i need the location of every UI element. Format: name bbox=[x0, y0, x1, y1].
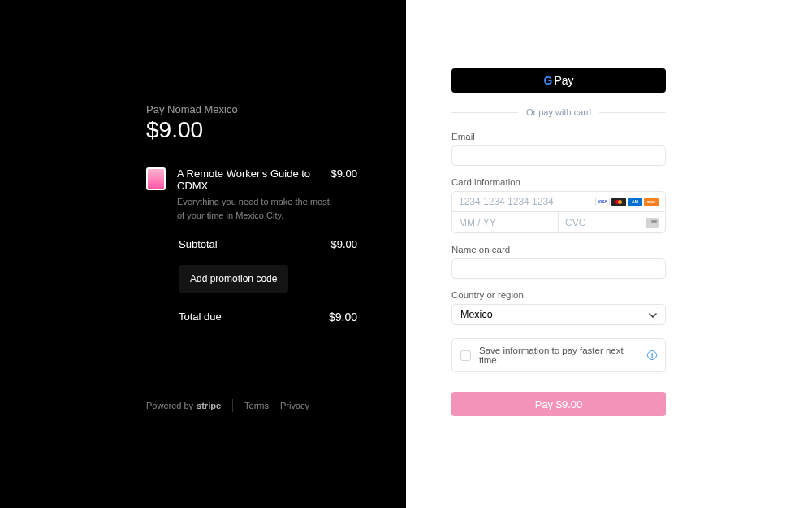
mastercard-icon bbox=[611, 198, 626, 206]
total-amount: $9.00 bbox=[146, 117, 357, 143]
product-description: Everything you need to make the most of … bbox=[177, 195, 335, 222]
name-on-card-input[interactable] bbox=[451, 258, 666, 279]
product-thumbnail bbox=[146, 167, 166, 190]
product-row: A Remote Worker's Guide to CDMX $9.00 Ev… bbox=[146, 167, 357, 222]
subtotal-amount: $9.00 bbox=[330, 238, 357, 250]
card-number-input[interactable] bbox=[459, 192, 595, 211]
total-due-amount: $9.00 bbox=[329, 310, 357, 323]
google-pay-button[interactable]: G Pay bbox=[451, 68, 666, 93]
info-icon[interactable]: i bbox=[647, 350, 657, 360]
country-label: Country or region bbox=[451, 290, 666, 300]
powered-by-text: Powered by bbox=[146, 401, 193, 410]
stripe-logo: stripe bbox=[197, 401, 221, 410]
product-price: $9.00 bbox=[330, 167, 357, 192]
total-due-label: Total due bbox=[179, 310, 222, 323]
footer: Powered by stripe Terms Privacy bbox=[146, 399, 309, 412]
card-input-group: VISA AM DISC bbox=[451, 191, 666, 233]
privacy-link[interactable]: Privacy bbox=[280, 401, 309, 410]
card-information-label: Card information bbox=[451, 177, 666, 187]
product-title: A Remote Worker's Guide to CDMX bbox=[177, 167, 330, 192]
save-info-checkbox[interactable] bbox=[460, 350, 471, 361]
amex-icon: AM bbox=[628, 198, 642, 206]
total-due-row: Total due $9.00 bbox=[146, 310, 357, 323]
visa-icon: VISA bbox=[595, 198, 610, 206]
chevron-down-icon bbox=[649, 310, 657, 319]
discover-icon: DISC bbox=[644, 198, 659, 206]
card-expiry-input[interactable] bbox=[452, 212, 559, 232]
save-information-box: Save information to pay faster next time… bbox=[451, 338, 666, 372]
card-cvc-input[interactable] bbox=[565, 217, 646, 228]
google-logo-icon: G bbox=[543, 74, 552, 87]
email-input[interactable] bbox=[451, 145, 666, 166]
footer-divider bbox=[232, 399, 233, 412]
subtotal-label: Subtotal bbox=[179, 238, 218, 250]
add-promotion-code-button[interactable]: Add promotion code bbox=[179, 265, 288, 293]
name-on-card-label: Name on card bbox=[451, 245, 666, 254]
email-label: Email bbox=[451, 132, 666, 141]
pay-merchant-label: Pay Nomad Mexico bbox=[146, 103, 357, 115]
or-divider-text: Or pay with card bbox=[518, 107, 599, 117]
cvc-card-icon bbox=[646, 218, 659, 228]
save-info-label: Save information to pay faster next time bbox=[479, 345, 639, 365]
terms-link[interactable]: Terms bbox=[244, 401, 269, 410]
card-brand-icons: VISA AM DISC bbox=[595, 198, 659, 206]
country-selected-value: Mexico bbox=[460, 309, 493, 320]
powered-by-stripe[interactable]: Powered by stripe bbox=[146, 401, 221, 410]
country-select[interactable]: Mexico bbox=[451, 304, 666, 325]
gpay-text: Pay bbox=[554, 74, 573, 87]
subtotal-row: Subtotal $9.00 bbox=[146, 238, 357, 250]
or-divider: Or pay with card bbox=[451, 107, 666, 117]
pay-button[interactable]: Pay $9.00 bbox=[451, 392, 666, 416]
